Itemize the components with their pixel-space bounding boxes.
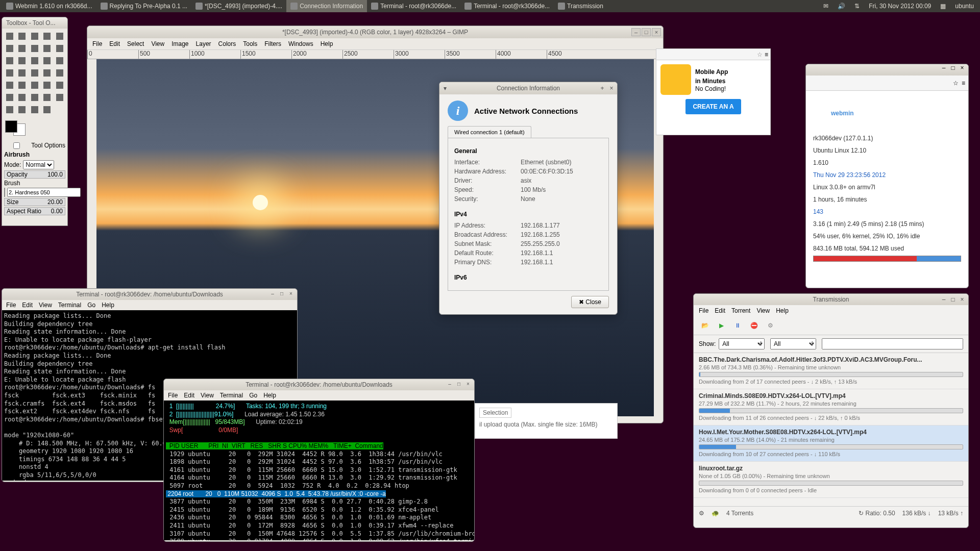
start-button[interactable]: ▶ [715,319,727,332]
maximize-button[interactable]: □ [278,291,286,298]
free-select-tool[interactable] [29,31,40,42]
move-tool[interactable] [16,55,28,66]
toolbox-titlebar[interactable]: Toolbox - Tool O... [2,17,67,29]
menu-tools[interactable]: Tools [243,40,257,47]
gimp-titlebar[interactable]: *[DSC_4993] (imported)-4.0 (RGB color, 1… [87,26,663,38]
airbrush-tool[interactable] [16,92,28,103]
smudge-tool[interactable] [29,104,40,115]
menu-image[interactable]: Image [172,40,188,47]
torrent-item[interactable]: Criminal.Minds.S08E09.HDTV.x264-LOL.[VTV… [694,389,968,425]
menu-colors[interactable]: Colors [218,40,236,47]
menu-help[interactable]: Help [102,302,114,309]
mode-select[interactable]: Normal [23,160,54,169]
settings-icon[interactable]: ⚙ [699,510,704,517]
close-button[interactable]: × [652,28,661,36]
blend-tool[interactable] [29,80,40,91]
cage-tool[interactable] [54,67,65,79]
taskbar-app-button[interactable]: Webmin 1.610 on rk3066d... [2,0,96,12]
search-input[interactable] [822,338,963,349]
ellipse-select-tool[interactable] [16,31,28,42]
menu-help[interactable]: Help [776,307,789,314]
maximize-button[interactable]: □ [949,296,957,303]
dodge-tool[interactable] [41,104,53,115]
maximize-button[interactable]: □ [455,381,463,388]
window-menu-icon[interactable]: ▾ [444,85,447,92]
rotate-tool[interactable] [54,55,65,66]
close-button[interactable]: × [464,381,472,388]
heal-tool[interactable] [54,92,65,103]
menu-file[interactable]: File [699,307,708,314]
brush-name[interactable] [7,188,81,197]
menu-go[interactable]: Go [87,302,95,309]
paths-tool[interactable] [29,43,40,54]
conn-titlebar[interactable]: ▾ Connection Information +× [439,82,617,94]
scissors-tool[interactable] [4,43,15,54]
fg-color[interactable] [5,120,17,133]
close-button[interactable]: × [608,85,615,92]
taskbar-app-button[interactable]: *[DSC_4993] (imported)-4.... [191,0,286,12]
properties-button[interactable]: ⚙ [764,319,776,332]
color-swatch[interactable] [5,120,26,136]
terminal-titlebar[interactable]: Terminal - root@rk3066dev: /home/ubuntu/… [2,289,297,300]
webmin-procs-link[interactable]: 143 [813,206,961,218]
alt-speed-icon[interactable]: 🐢 [712,510,719,517]
menu-edit[interactable]: Edit [184,392,194,399]
menu-terminal[interactable]: Terminal [58,302,81,309]
zoom-tool[interactable] [54,43,65,54]
clone-tool[interactable] [41,92,53,103]
opacity-slider[interactable]: Opacity100.0 [4,170,65,179]
menu-help[interactable]: Help [321,40,333,47]
text-tool[interactable] [4,80,15,91]
color-picker-tool[interactable] [41,43,53,54]
menu-help[interactable]: Help [263,392,276,399]
flip-tool[interactable] [41,67,53,79]
terminal-titlebar[interactable]: Terminal - root@rk3066dev: /home/ubuntu/… [164,379,474,390]
torrent-item[interactable]: How.I.Met.Your.Mother.S08E08.HDTV.x264-L… [694,425,968,462]
transmission-titlebar[interactable]: Transmission –□× [694,294,968,305]
close-button[interactable]: × [287,291,295,298]
menu-file[interactable]: File [6,302,16,309]
minimize-button[interactable]: – [446,381,454,388]
tracker-filter[interactable]: All [770,338,816,349]
taskbar-app-button[interactable]: Connection Information [286,0,367,12]
rect-select-tool[interactable] [4,31,15,42]
taskbar-app-button[interactable]: Terminal - root@rk3066de... [460,0,554,12]
browser-menu-icon[interactable]: ≡ [765,51,768,58]
menu-edit[interactable]: Edit [109,40,120,47]
perspective-tool[interactable] [29,67,40,79]
volume-icon[interactable]: 🔊 [834,3,849,10]
close-button[interactable]: × [958,64,966,71]
torrent-item[interactable]: linuxroot.tar.gzNone of 1.05 GB (0.00%) … [694,462,968,498]
menu-file[interactable]: File [168,392,178,399]
menu-view[interactable]: View [39,302,52,309]
webmin-titlebar[interactable]: –□× [806,64,968,76]
connection-tab[interactable]: Wired connection 1 (default) [448,126,531,138]
menu-select[interactable]: Select [127,40,144,47]
minimize-button[interactable]: – [940,296,948,303]
open-torrent-button[interactable]: 📂 [699,319,711,332]
user-menu[interactable]: ubuntu [951,3,978,10]
align-tool[interactable] [29,55,40,66]
torrent-item[interactable]: BBC.The.Dark.Charisma.of.Adolf.Hitler.3o… [694,353,968,389]
minimize-button[interactable]: – [631,28,641,36]
bookmark-star-icon[interactable]: ☆ [757,51,763,58]
tool-options-toggle[interactable] [4,142,29,149]
perspective-clone-tool[interactable] [4,104,15,115]
workspace-switcher-icon[interactable]: ▦ [936,3,950,10]
shade-button[interactable]: + [599,85,606,92]
menu-go[interactable]: Go [249,392,257,399]
menu-windows[interactable]: Windows [288,40,313,47]
menu-file[interactable]: File [92,40,102,47]
menu-view[interactable]: View [151,40,164,47]
menu-filters[interactable]: Filters [264,40,281,47]
mail-indicator-icon[interactable]: ✉ [819,3,832,10]
network-indicator-icon[interactable]: ⇅ [850,3,864,10]
brush-preview[interactable] [4,188,5,197]
menu-view[interactable]: View [756,307,770,314]
scale-tool[interactable] [4,67,15,79]
close-button[interactable]: × [958,296,966,303]
taskbar-app-button[interactable]: Transmission [554,0,607,12]
maximize-button[interactable]: □ [949,64,957,71]
pause-button[interactable]: ⏸ [731,319,744,332]
menu-torrent[interactable]: Torrent [731,307,750,314]
